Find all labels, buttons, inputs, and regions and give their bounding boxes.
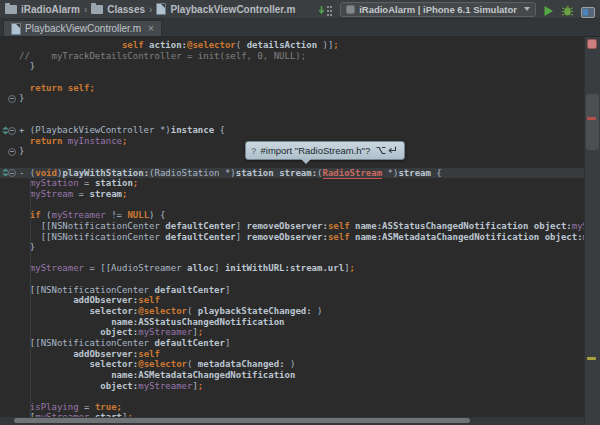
code-token: (: [187, 359, 198, 369]
gutter: [0, 136, 19, 147]
code-line: object:myStreamer];: [0, 381, 600, 392]
code-token: @selector: [138, 306, 187, 316]
code-token: RadioStream: [323, 168, 383, 179]
code-token: ;: [198, 327, 203, 337]
code-token: selector:: [89, 359, 138, 369]
breadcrumb-classes[interactable]: Classes: [91, 4, 145, 15]
error-stripe-mark-yellow[interactable]: [587, 357, 596, 360]
code-line: name:ASStatusChangedNotification: [0, 317, 600, 328]
intention-text: #import "RadioStream.h"?: [261, 145, 371, 156]
gutter: [0, 146, 19, 157]
run-configuration-label: iRadioAlarm | iPhone 6.1 Simulator: [359, 4, 517, 15]
code-line: [[NSNotificationCenter defaultCenter] re…: [0, 232, 600, 243]
code-token: myStreamer: [52, 210, 106, 220]
code-token: true: [95, 402, 117, 412]
gutter: [0, 178, 19, 189]
code-token: [19, 295, 73, 305]
code-line: [0, 200, 600, 211]
gutter: [0, 104, 19, 115]
code-token: name:ASStatusChangedNotification: [355, 221, 528, 231]
fold-marker-icon[interactable]: [8, 148, 16, 156]
code-token: [19, 189, 30, 199]
code-token: defaultCenter: [154, 338, 224, 348]
objc-file-icon: [11, 23, 21, 35]
gutter: [0, 338, 19, 349]
gutter: [0, 263, 19, 274]
tab-playbackviewcontroller[interactable]: PlaybackViewController.m ×: [3, 20, 162, 36]
code-token: self: [138, 295, 160, 305]
shortcut-alt-enter-icon: [376, 146, 397, 155]
vcs-update-icon[interactable]: [318, 3, 333, 15]
breadcrumb-project[interactable]: iRadioAlarm: [5, 4, 80, 15]
app-icon: [346, 5, 355, 14]
code-token: name:ASMetadataChangedNotification: [355, 232, 539, 242]
code-token: removeObserver:: [247, 232, 328, 242]
code-token: alloc: [187, 263, 214, 273]
code-token: (: [317, 168, 322, 178]
gutter: [0, 285, 19, 296]
code-line: myStation = station;: [0, 178, 600, 189]
code-line: myStreamer = [[AudioStreamer alloc] init…: [0, 263, 600, 274]
code-token: [19, 178, 30, 188]
code-token: NULL: [127, 210, 149, 220]
gutter: [0, 210, 19, 221]
code-line: + (PlaybackViewController *)instance {: [0, 125, 600, 136]
indent-guide: [30, 178, 31, 416]
breadcrumb-file[interactable]: PlaybackViewController.m: [156, 3, 295, 15]
code-token: addObserver:: [73, 349, 138, 359]
gutter: [0, 391, 19, 402]
fold-marker-icon[interactable]: [8, 169, 16, 177]
code-token: [19, 83, 30, 93]
intention-popup[interactable]: ? #import "RadioStream.h"?: [245, 141, 405, 160]
fold-marker-icon[interactable]: [8, 127, 16, 135]
code-token: [[NSNotificationCenter: [19, 285, 154, 295]
gutter: [0, 242, 19, 253]
debug-icon[interactable]: [561, 3, 574, 15]
error-stripe[interactable]: [584, 37, 600, 425]
run-button[interactable]: [543, 3, 554, 15]
fold-marker-icon[interactable]: [8, 95, 16, 103]
code-line: [[NSNotificationCenter defaultCenter]: [0, 338, 600, 349]
code-line: addObserver:self: [0, 349, 600, 360]
code-token: name:ASStatusChangedNotification: [111, 317, 284, 327]
code-token: myStation: [30, 178, 79, 188]
toolbar-right: iRadioAlarm | iPhone 6.1 Simulator: [318, 2, 595, 17]
code-line: [0, 72, 600, 83]
code-token: - (: [19, 168, 35, 178]
gutter: [0, 274, 19, 285]
code-token: }: [19, 61, 35, 71]
code-token: {: [214, 125, 225, 135]
code-line: [0, 253, 600, 264]
code-token: playbackStateChanged:: [198, 306, 312, 316]
gutter: [0, 253, 19, 264]
close-icon[interactable]: ×: [148, 24, 154, 34]
code-token: [19, 40, 122, 50]
code-token: selector:: [89, 306, 138, 316]
code-token: self: [138, 349, 160, 359]
code-editor[interactable]: self action:@selector( detailsAction )];…: [0, 37, 600, 425]
code-token: stream:: [279, 168, 317, 178]
code-line: [[NSNotificationCenter defaultCenter] re…: [0, 221, 600, 232]
code-token: ;: [122, 136, 127, 146]
appcode-window: iRadioAlarm › Classes › PlaybackViewCont…: [0, 0, 600, 425]
breadcrumb-label: Classes: [107, 4, 145, 15]
vertical-scrollbar-thumb[interactable]: [586, 94, 599, 150]
horizontal-scrollbar-thumb[interactable]: [14, 418, 470, 423]
error-stripe-mark-red[interactable]: [587, 117, 596, 120]
code-line: [[NSNotificationCenter defaultCenter]: [0, 285, 600, 296]
code-token: [19, 263, 30, 273]
breadcrumb-label: iRadioAlarm: [21, 4, 80, 15]
code-token: ): [312, 306, 323, 316]
code-token: [[NSNotificationCenter: [19, 338, 154, 348]
breadcrumb-separator: ›: [84, 4, 87, 15]
file-status-indicator[interactable]: [587, 39, 597, 49]
code-token: station: [236, 168, 274, 178]
run-configuration-select[interactable]: iRadioAlarm | iPhone 6.1 Simulator: [340, 2, 536, 17]
gutter: [0, 200, 19, 211]
code-area[interactable]: self action:@selector( detailsAction )];…: [0, 40, 600, 423]
code-line: return self;: [0, 83, 600, 94]
code-token: [19, 327, 100, 337]
tool-window-icon[interactable]: [581, 4, 595, 15]
horizontal-scrollbar[interactable]: [0, 417, 585, 425]
code-token: playWithStation:: [62, 168, 149, 178]
